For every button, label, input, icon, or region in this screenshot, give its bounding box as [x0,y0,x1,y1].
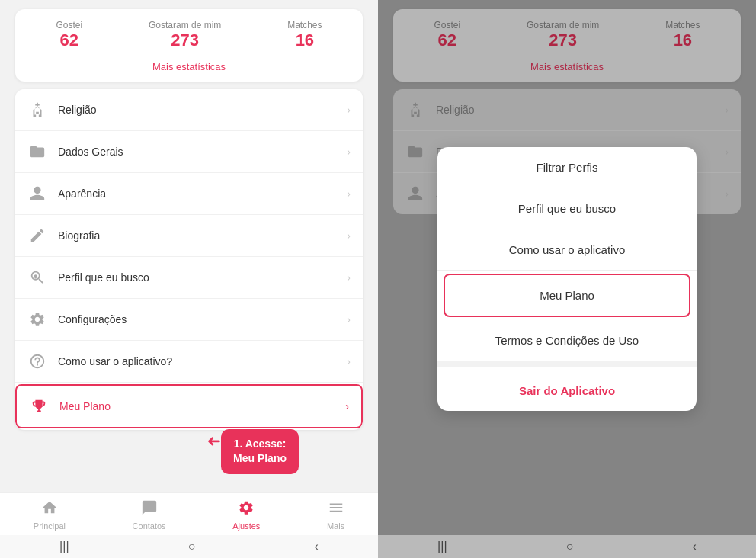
menu-item-meu-plano[interactable]: Meu Plano › [15,384,363,428]
gostaram-stat: Gostaram de mim 273 [149,20,221,50]
chevron-configuracoes: › [347,313,351,326]
menu-item-biografia[interactable]: Biografia › [15,215,363,257]
nav-ajustes[interactable]: Ajustes [232,499,260,531]
gostei-value: 62 [56,30,82,50]
modal-item-meu-plano[interactable]: Meu Plano [444,274,690,317]
android-home[interactable]: ○ [188,540,196,553]
right-panel: Gostei 62 Gostaram de mim 273 Matches 16… [378,0,756,558]
chevron-como-usar: › [347,355,351,367]
callout-annotation: 1. Acesse: Meu Plano [221,429,299,474]
edit-icon [27,226,47,245]
menu-label-meu-plano: Meu Plano [59,400,345,412]
menu-label-configuracoes: Configurações [58,313,347,326]
mais-estatisticas-link[interactable]: Mais estatísticas [23,58,355,74]
menu-item-perfil-busco[interactable]: Perfil que eu busco › [15,257,363,299]
left-android-nav: ||| ○ ‹ [0,535,378,558]
callout-arrow: ➜ [207,431,221,451]
modal-overlay: Filtrar Perfis Perfil que eu busco Como … [378,0,756,558]
chevron-aparencia: › [347,188,351,200]
menu-item-dados-gerais[interactable]: Dados Gerais › [15,131,363,173]
gostaram-value: 273 [149,30,221,50]
church-icon [27,100,47,120]
android-back[interactable]: ‹ [315,540,319,553]
matches-value: 16 [287,30,322,50]
modal-item-filtrar-perfis[interactable]: Filtrar Perfis [437,147,697,188]
gostaram-label: Gostaram de mim [149,20,221,30]
menu-label-religiao: Religião [58,104,347,116]
chevron-religiao: › [347,104,351,116]
home-icon [41,499,58,520]
stats-row: Gostei 62 Gostaram de mim 273 Matches 16 [23,20,355,50]
left-bottom-nav: Principal Contatos Ajustes Mais [0,492,378,535]
modal-item-termos[interactable]: Termos e Condições de Uso [437,320,697,361]
nav-contatos-label: Contatos [133,521,166,531]
person-icon [27,184,47,204]
left-panel: Gostei 62 Gostaram de mim 273 Matches 16… [0,0,378,558]
menu-item-configuracoes[interactable]: Configurações › [15,299,363,341]
gear-icon [27,309,47,329]
nav-mais-label: Mais [327,521,344,531]
menu-item-como-usar[interactable]: Como usar o aplicativo? › [15,341,363,383]
modal-item-como-usar-app[interactable]: Como usar o aplicativo [437,229,697,271]
modal-item-sair[interactable]: Sair do Aplicativo [437,370,697,411]
chat-icon [141,499,158,520]
chevron-dados-gerais: › [347,146,351,158]
menu-label-como-usar: Como usar o aplicativo? [58,355,347,367]
left-menu-list: Religião › Dados Gerais › Aparência › [15,89,363,430]
search-heart-icon [27,268,47,287]
chevron-perfil-busco: › [347,271,351,284]
help-icon [27,351,47,371]
menu-item-religiao[interactable]: Religião › [15,89,363,131]
left-stats-card: Gostei 62 Gostaram de mim 273 Matches 16… [15,9,363,82]
gostei-stat: Gostei 62 [56,20,82,50]
chevron-biografia: › [347,229,351,242]
matches-label: Matches [287,20,322,30]
matches-stat: Matches 16 [287,20,322,50]
folder-icon [27,142,47,162]
modal-separator [437,361,697,367]
settings-icon [238,499,255,520]
nav-mais[interactable]: Mais [327,499,344,531]
nav-principal[interactable]: Principal [34,499,66,531]
trophy-icon [29,396,49,416]
menu-label-aparencia: Aparência [58,188,347,200]
chevron-meu-plano: › [345,400,349,412]
menu-label-dados-gerais: Dados Gerais [58,146,347,158]
nav-principal-label: Principal [34,521,66,531]
modal-card: Filtrar Perfis Perfil que eu busco Como … [437,147,697,411]
modal-item-perfil-busco[interactable]: Perfil que eu busco [437,188,697,229]
menu-label-perfil-busco: Perfil que eu busco [58,271,347,284]
nav-ajustes-label: Ajustes [232,521,260,531]
menu-item-aparencia[interactable]: Aparência › [15,173,363,215]
android-recents[interactable]: ||| [59,540,69,553]
nav-contatos[interactable]: Contatos [133,499,166,531]
menu-icon [328,499,344,520]
gostei-label: Gostei [56,20,82,30]
menu-label-biografia: Biografia [58,229,347,242]
